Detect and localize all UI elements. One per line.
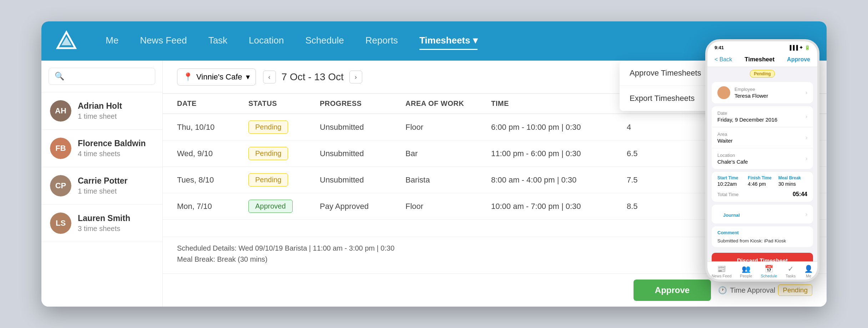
phone-comment-label: Comment [712, 226, 813, 237]
row3-time: 10:00 am - 7:00 pm | 0:30 [491, 202, 627, 211]
chevron-right-icon: › [806, 89, 807, 96]
phone-employee-row[interactable]: Employee Teresa Flower › [712, 82, 813, 103]
phone-time: 9:41 [715, 45, 724, 50]
phone-screen: 9:41 ▐▐▐ ✦ 🔋 < Back Timesheet Approve Pe… [707, 41, 817, 280]
row1-status: Pending [248, 147, 320, 160]
row2-status: Pending [248, 173, 320, 186]
phone-area-value: Waiter [717, 138, 733, 144]
employee-name-0: Adrian Holt [78, 101, 154, 111]
location-label: Vinnie's Cafe [196, 72, 242, 82]
chevron-right-date-icon: › [806, 113, 807, 120]
phone-approve-button[interactable]: Approve [787, 56, 810, 63]
row3-status: Approved [248, 200, 320, 213]
phone-employee-name: Teresa Flower [735, 93, 768, 99]
phone-date-section: Date Friday, 9 December 2016 › Area Wait… [712, 106, 813, 169]
time-approval: 🕐 Time Approval Pending [718, 285, 812, 296]
bottom-nav-me[interactable]: 👤 Me [804, 265, 813, 278]
row2-time: 8:00 am - 4:00 pm | 0:30 [491, 175, 627, 185]
employee-item-3[interactable]: LS Lauren Smith 3 time sheets [41, 205, 162, 242]
chevron-right-journal-icon: › [806, 211, 807, 217]
status-badge-1: Pending [248, 147, 288, 160]
employee-name-1: Florence Baldwin [78, 139, 154, 148]
row1-time: 11:00 pm - 6:00 pm | 0:30 [491, 149, 627, 158]
next-date-button[interactable]: › [349, 71, 362, 83]
bottom-nav-people[interactable]: 👥 People [740, 265, 752, 278]
logo[interactable] [56, 30, 77, 52]
dropdown-export-timesheets[interactable]: Export Timesheets [620, 86, 720, 111]
search-area: 🔍 [41, 61, 162, 92]
col-time: Time [491, 99, 627, 108]
bottom-nav-newsfeed[interactable]: 📰 News Feed [712, 265, 732, 278]
app-container: Me News Feed Task Location Schedule Repo… [41, 21, 827, 307]
phone-location-value: Chale's Cafe [717, 159, 748, 165]
phone-nav-bar: < Back Timesheet Approve [707, 52, 817, 67]
col-progress: Progress [320, 99, 405, 108]
row3-area: Floor [405, 202, 491, 211]
nav-item-location[interactable]: Location [249, 32, 284, 50]
phone-bottom-nav: 📰 News Feed 👥 People 📅 Schedule ✓ Tasks … [707, 261, 817, 280]
col-area: Area of Work [405, 99, 491, 108]
phone-comment-value: Submitted from Kiosk: iPad Kiosk [712, 237, 813, 247]
avatar-0: AH [50, 100, 71, 122]
meal-break-value: 30 mins [778, 181, 807, 187]
phone-location-label: Location [717, 153, 748, 158]
nav-item-schedule[interactable]: Schedule [305, 32, 344, 50]
employee-item-1[interactable]: FB Florence Baldwin 4 time sheets [41, 130, 162, 167]
phone-area-row[interactable]: Area Waiter › [712, 127, 813, 148]
avatar-2: CP [50, 175, 71, 196]
start-time-label: Start Time [717, 175, 746, 180]
phone-date-value: Friday, 9 December 2016 [717, 117, 777, 123]
row1-progress: Unsubmitted [320, 149, 405, 158]
people-icon: 👥 [742, 265, 751, 273]
approve-green-button[interactable]: Approve [634, 280, 711, 301]
start-time-value: 10:22am [717, 181, 746, 187]
phone-signal: ▐▐▐ ✦ 🔋 [788, 45, 810, 50]
total-time-value: 05:44 [793, 191, 807, 198]
row2-area: Barista [405, 175, 491, 185]
row0-progress: Unsubmitted [320, 123, 405, 132]
employee-sheets-0: 1 time sheet [78, 112, 154, 121]
nav-item-me[interactable]: Me [106, 32, 118, 50]
phone-back-button[interactable]: < Back [715, 56, 732, 63]
total-time-label: Total Time [717, 192, 738, 197]
row1-date: Wed, 9/10 [177, 149, 248, 158]
employee-item-0[interactable]: AH Adrian Holt 1 time sheet [41, 92, 162, 130]
row2-hours: 7.5 [627, 175, 684, 185]
chevron-right-location-icon: › [806, 155, 807, 162]
phone-avatar [717, 86, 730, 99]
phone-date-row[interactable]: Date Friday, 9 December 2016 › [712, 106, 813, 127]
employee-item-2[interactable]: CP Carrie Potter 1 time sheet [41, 167, 162, 205]
row1-area: Bar [405, 149, 491, 158]
nav-item-newsfeed[interactable]: News Feed [140, 32, 187, 50]
search-icon: 🔍 [55, 72, 64, 81]
phone-location-row[interactable]: Location Chale's Cafe › [712, 148, 813, 169]
discard-timesheet-button[interactable]: Discard Timesheet [712, 253, 813, 261]
prev-date-button[interactable]: ‹ [263, 71, 276, 83]
phone-date-label: Date [717, 111, 777, 116]
employee-name-3: Lauren Smith [78, 214, 154, 223]
phone-total-row: Total Time 05:44 [712, 189, 813, 202]
nav-item-timesheets[interactable]: Timesheets ▾ [419, 32, 478, 50]
status-badge-2: Pending [248, 173, 288, 186]
nav-item-task[interactable]: Task [208, 32, 227, 50]
status-badge-0: Pending [248, 121, 288, 134]
search-input[interactable]: 🔍 [49, 68, 155, 85]
row3-hours: 8.5 [627, 202, 684, 211]
pin-icon: 📍 [183, 72, 193, 82]
location-selector[interactable]: 📍 Vinnie's Cafe ▾ [177, 68, 256, 86]
chevron-right-area-icon: › [806, 134, 807, 141]
avatar-1: FB [50, 138, 71, 159]
status-badge-3: Approved [248, 200, 293, 213]
dropdown-approve-timesheets[interactable]: Approve Timesheets [620, 61, 720, 86]
avatar-3: LS [50, 212, 71, 234]
row0-date: Thu, 10/10 [177, 123, 248, 132]
nav-item-reports[interactable]: Reports [365, 32, 398, 50]
bottom-nav-tasks[interactable]: ✓ Tasks [786, 265, 796, 278]
bottom-nav-schedule[interactable]: 📅 Schedule [761, 265, 777, 278]
approval-status-badge: Pending [778, 285, 812, 296]
date-nav: ‹ 7 Oct - 13 Oct › [263, 71, 362, 83]
employee-name-2: Carrie Potter [78, 176, 154, 186]
phone-journal-row[interactable]: Journal › [712, 205, 813, 224]
row3-date: Mon, 7/10 [177, 202, 248, 211]
date-range: 7 Oct - 13 Oct [282, 71, 344, 83]
